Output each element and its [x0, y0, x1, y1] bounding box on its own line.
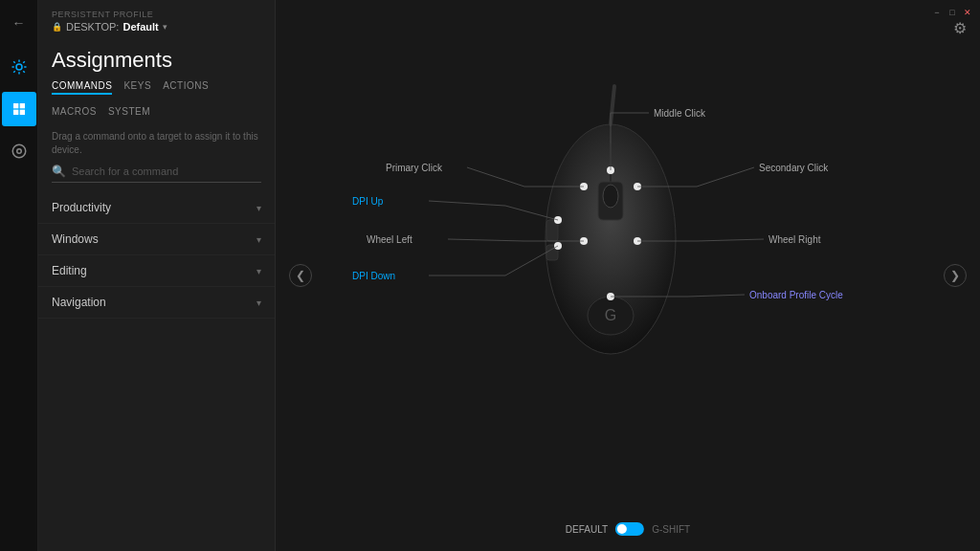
svg-text:G: G: [605, 307, 616, 323]
svg-rect-11: [13, 110, 18, 115]
tab-system[interactable]: SYSTEM: [108, 106, 150, 119]
mouse-area: G Middle Click: [276, 0, 980, 551]
dpi-up-label: DPI Up: [352, 196, 384, 207]
svg-line-8: [13, 71, 15, 73]
search-input[interactable]: [72, 165, 261, 177]
onboard-profile-label: Onboard Profile Cycle: [749, 290, 843, 300]
category-windows[interactable]: Windows ▾: [38, 224, 275, 255]
category-list: Productivity ▾ Windows ▾ Editing ▾ Navig…: [38, 192, 275, 551]
svg-line-36: [697, 167, 754, 187]
chevron-down-icon: ▾: [256, 234, 261, 245]
lock-icon: 🔒: [52, 22, 62, 32]
dpi-down-label: DPI Down: [352, 271, 395, 281]
page-title: Assignments: [38, 38, 275, 80]
persistent-label: PERSISTENT PROFILE: [52, 10, 261, 19]
lighting-icon[interactable]: [2, 50, 36, 84]
category-navigation[interactable]: Navigation ▾: [38, 287, 275, 319]
sub-tabs: COMMANDS KEYS ACTIONS MACROS SYSTEM: [38, 80, 275, 122]
svg-line-40: [448, 239, 524, 241]
svg-point-18: [603, 185, 618, 208]
sidebar: PERSISTENT PROFILE 🔒 DESKTOP: Default ▾ …: [38, 0, 276, 551]
search-box: 🔍: [52, 165, 261, 183]
wheel-left-label: Wheel Left: [367, 234, 412, 245]
category-productivity[interactable]: Productivity ▾: [38, 192, 275, 224]
search-icon: 🔍: [52, 165, 66, 178]
right-nav-arrow[interactable]: ❯: [944, 264, 967, 287]
svg-point-0: [16, 64, 22, 70]
assignments-rail-icon[interactable]: [2, 92, 36, 126]
left-nav-arrow[interactable]: ❮: [289, 264, 312, 287]
tab-macros[interactable]: MACROS: [52, 106, 97, 119]
right-arrow-icon: ❯: [950, 269, 960, 282]
svg-line-7: [23, 61, 25, 63]
profile-row: 🔒 DESKTOP: Default ▾: [52, 21, 261, 33]
profile-chevron-icon[interactable]: ▾: [163, 22, 167, 32]
svg-line-5: [13, 61, 15, 63]
svg-point-13: [12, 144, 26, 158]
sidebar-header: PERSISTENT PROFILE 🔒 DESKTOP: Default ▾: [38, 0, 275, 38]
svg-line-38: [429, 201, 505, 206]
svg-line-42: [697, 239, 764, 241]
toggle-knob: [617, 524, 627, 534]
left-arrow-icon: ❮: [296, 269, 305, 282]
primary-click-label: Primary Click: [386, 163, 443, 173]
tab-commands[interactable]: COMMANDS: [52, 80, 112, 95]
dpi-rail-icon[interactable]: [2, 134, 36, 168]
svg-line-6: [23, 71, 25, 73]
secondary-click-label: Secondary Click: [759, 163, 829, 173]
chevron-down-icon: ▾: [256, 203, 261, 213]
svg-line-46: [687, 295, 745, 297]
default-label: Default: [122, 21, 158, 33]
category-editing[interactable]: Editing ▾: [38, 255, 275, 287]
svg-line-34: [467, 167, 524, 187]
svg-point-14: [16, 149, 21, 154]
bottom-bar: DEFAULT G-SHIFT: [566, 522, 690, 536]
desktop-label: DESKTOP:: [66, 21, 119, 33]
svg-rect-10: [19, 103, 24, 108]
tab-keys[interactable]: KEYS: [123, 80, 151, 95]
middle-click-label: Middle Click: [654, 108, 706, 119]
back-button[interactable]: ←: [4, 8, 34, 38]
chevron-down-icon: ▾: [256, 266, 261, 276]
chevron-down-icon: ▾: [256, 298, 261, 308]
tab-actions[interactable]: ACTIONS: [163, 80, 209, 95]
icon-rail: ←: [0, 0, 38, 551]
wheel-right-label: Wheel Right: [768, 234, 821, 245]
gshift-toggle[interactable]: [615, 522, 644, 536]
svg-rect-9: [13, 103, 18, 108]
gshift-label: G-SHIFT: [652, 524, 690, 535]
default-label: DEFAULT: [566, 524, 608, 535]
svg-rect-12: [19, 110, 24, 115]
main-content: − □ ✕ ⚙ G: [276, 0, 980, 551]
drag-hint: Drag a command onto a target to assign i…: [38, 122, 275, 165]
